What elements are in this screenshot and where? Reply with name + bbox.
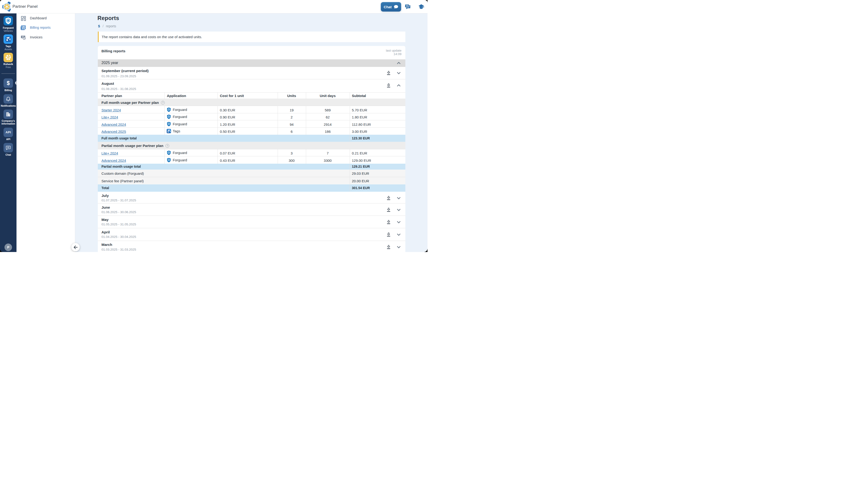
svg-text:?!: ?!: [406, 5, 408, 7]
